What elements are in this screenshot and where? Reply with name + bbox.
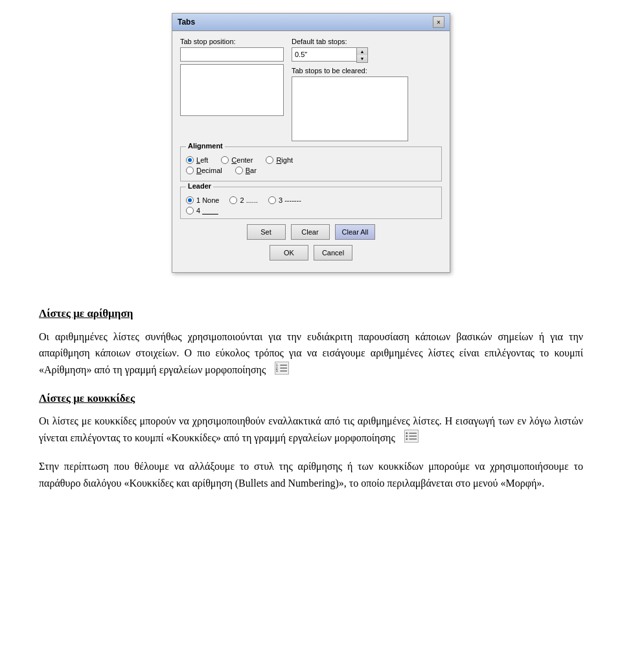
leader-legend: Leader [186,182,213,190]
svg-point-6 [406,433,408,435]
align-right-radio[interactable] [266,156,273,164]
bullet-list-icon [404,430,419,448]
align-right[interactable]: Right [266,156,293,164]
align-left-label: Left [196,156,208,164]
tabs-dialog: Tabs × Tab stop position: Default tab st… [172,13,450,273]
align-left-radio[interactable] [186,156,194,164]
align-center-label: Center [231,156,253,164]
align-center-radio[interactable] [221,156,229,164]
close-button[interactable]: × [433,16,444,28]
spin-down[interactable]: ▼ [357,55,367,62]
paragraph-numbered: Οι αριθμημένες λίστες συνήθως χρησιμοποι… [39,329,583,380]
align-bar-label: Bar [246,167,257,174]
default-tab-label: Default tab stops: [292,38,408,45]
alignment-row2: Decimal Bar [186,167,436,174]
leader-none[interactable]: 1 None [186,196,219,204]
cancel-button[interactable]: Cancel [314,245,352,261]
alignment-legend: Alignment [186,142,225,150]
svg-text:3.: 3. [276,370,279,373]
heading-bullet-lists: Λίστες με κουκκίδες [39,390,583,407]
leader-dashes-radio[interactable] [268,196,276,204]
default-tab-spinner: ▲ ▼ [292,47,408,63]
tab-stop-input[interactable] [180,47,284,62]
heading-numbered-lists: Λίστες με αρίθμηση [39,305,583,322]
tab-stop-section: Tab stop position: [180,38,284,141]
leader-underline-label: 4 ____ [196,207,218,214]
leader-dots[interactable]: 2 ...... [229,196,258,204]
svg-point-10 [406,439,408,441]
leader-dashes[interactable]: 3 ------- [268,196,301,204]
align-decimal[interactable]: Decimal [186,167,222,174]
align-bar[interactable]: Bar [235,167,257,174]
leader-row2: 4 ____ [186,207,436,214]
leader-dots-label: 2 ...... [240,196,258,204]
btn-row2: OK Cancel [180,245,442,261]
spin-buttons: ▲ ▼ [356,47,368,63]
alignment-row1: Left Center Right [186,156,436,164]
tab-stops-clear-listbox[interactable] [292,76,408,141]
paragraph-bullet2: Στην περίπτωση που θέλουμε να αλλάξουμε … [39,458,583,491]
tab-stop-listbox[interactable] [180,64,284,116]
align-left[interactable]: Left [186,156,208,164]
clear-button[interactable]: Clear [291,224,330,240]
top-row: Tab stop position: Default tab stops: ▲ … [180,38,442,141]
dialog-area: Tabs × Tab stop position: Default tab st… [0,0,622,292]
paragraph-bullet1: Οι λίστες με κουκκίδες μπορούν να χρησιμ… [39,413,583,448]
leader-row1: 1 None 2 ...... 3 ------- [186,196,436,204]
default-tab-input[interactable] [292,47,356,62]
leader-dots-radio[interactable] [229,196,237,204]
tab-stops-clear-label: Tab stops to be cleared: [292,67,408,75]
align-center[interactable]: Center [221,156,253,164]
numbered-list-icon: 1. 2. 3. [275,362,289,380]
tab-stop-label: Tab stop position: [180,38,284,45]
dialog-title: Tabs [178,17,195,27]
leader-none-radio[interactable] [186,196,194,204]
ok-button[interactable]: OK [270,245,308,261]
align-bar-radio[interactable] [235,167,243,174]
leader-underline[interactable]: 4 ____ [186,207,218,214]
right-section: Default tab stops: ▲ ▼ Tab stops to be c… [292,38,408,141]
leader-underline-radio[interactable] [186,207,194,214]
btn-row1: Set Clear Clear All [180,224,442,240]
clear-all-button[interactable]: Clear All [335,224,376,240]
align-right-label: Right [276,156,293,164]
alignment-section: Alignment Left Center Right [180,146,442,181]
svg-point-8 [406,435,408,437]
dialog-titlebar: Tabs × [172,14,450,31]
align-decimal-radio[interactable] [186,167,194,174]
leader-none-label: 1 None [196,196,219,204]
set-button[interactable]: Set [247,224,286,240]
main-content: Λίστες με αρίθμηση Οι αριθμημένες λίστες… [0,292,622,521]
align-decimal-label: Decimal [196,167,222,174]
leader-section: Leader 1 None 2 ...... 3 ------- [180,187,442,219]
leader-dashes-label: 3 ------- [279,196,301,204]
dialog-content: Tab stop position: Default tab stops: ▲ … [172,31,450,272]
spin-up[interactable]: ▲ [357,48,367,55]
